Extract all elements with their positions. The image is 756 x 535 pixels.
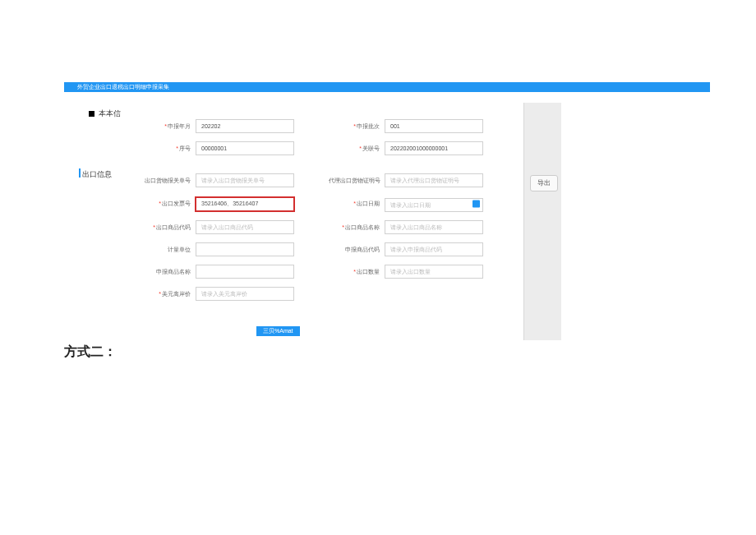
input-export-name[interactable] <box>385 220 483 234</box>
input-export-code[interactable] <box>196 220 294 234</box>
method-two-heading: 方式二： <box>64 344 117 361</box>
input-rel-no[interactable] <box>385 141 483 155</box>
right-side-panel: 导出 <box>523 103 561 340</box>
input-decl-period[interactable] <box>196 119 294 133</box>
input-usd-fob[interactable] <box>196 287 294 301</box>
label-unit: 计量单位 <box>140 246 196 254</box>
page-header: 外贸企业出口退税出口明细申报采集 <box>64 82 710 92</box>
section-export-bar <box>79 168 81 178</box>
label-appr-name: 申报商品名称 <box>140 268 196 276</box>
input-decl-batch[interactable] <box>385 119 483 133</box>
calendar-icon[interactable] <box>472 201 480 208</box>
input-appr-name[interactable] <box>196 265 294 279</box>
label-rel-no: 关联号 <box>329 145 385 153</box>
input-export-date[interactable] <box>385 198 483 212</box>
input-proxy-no[interactable] <box>385 173 483 187</box>
label-decl-period: 申报年月 <box>140 122 196 131</box>
page-header-title: 外贸企业出口退税出口明细申报采集 <box>77 84 169 90</box>
input-export-qty[interactable] <box>385 265 483 279</box>
label-decl-batch: 申报批次 <box>329 122 385 131</box>
date-wrap <box>385 196 483 212</box>
form-area: 申报年月 申报批次 序号 关联号 出口货物报关单号 代理出口货物证明号 出 <box>140 119 551 309</box>
input-invoice-no[interactable] <box>196 197 294 211</box>
input-customs-no[interactable] <box>196 173 294 187</box>
section-basic-info: 本本信 <box>89 108 121 119</box>
input-unit[interactable] <box>196 242 294 256</box>
blue-action-button[interactable]: 三贝%Amat <box>256 326 300 336</box>
label-export-qty: 出口数量 <box>329 268 385 276</box>
label-export-date: 出口日期 <box>329 200 385 208</box>
section-export-info: 出口信息 <box>82 169 112 180</box>
label-seq: 序号 <box>140 145 196 153</box>
label-export-name: 出口商品名称 <box>329 224 385 232</box>
label-customs-no: 出口货物报关单号 <box>140 177 196 185</box>
label-proxy-no: 代理出口货物证明号 <box>329 177 385 185</box>
label-invoice-no: 出口发票号 <box>140 200 196 208</box>
label-export-code: 出口商品代码 <box>140 224 196 232</box>
label-appr-code: 申报商品代码 <box>329 246 385 254</box>
input-seq[interactable] <box>196 141 294 155</box>
export-button[interactable]: 导出 <box>530 175 558 191</box>
label-usd-fob: 美元离岸价 <box>140 290 196 298</box>
input-appr-code[interactable] <box>385 242 483 256</box>
